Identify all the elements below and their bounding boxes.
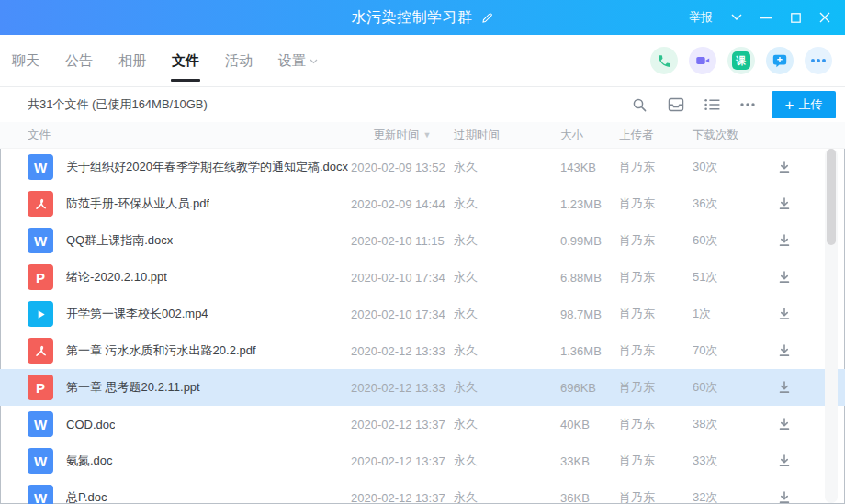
header-downloads: 下载次数	[693, 128, 772, 143]
report-button[interactable]: 举报	[689, 9, 713, 26]
file-downloads: 1次	[693, 306, 772, 322]
table-header: 文件 更新时间 ▼ 过期时间 大小 上传者 下载次数	[0, 122, 845, 149]
speech-bubble-plus-icon	[772, 52, 788, 69]
table-row[interactable]: 防范手册-环保从业人员.pdf 2020-02-09 14:44 永久 1.23…	[0, 185, 845, 222]
file-size: 0.99MB	[560, 234, 619, 248]
file-expiry: 永久	[454, 379, 560, 396]
tab-files[interactable]: 文件	[172, 35, 199, 86]
chevron-down-icon	[310, 56, 318, 66]
sort-caret-icon: ▼	[423, 130, 432, 140]
tab-chat[interactable]: 聊天	[12, 35, 39, 86]
download-button[interactable]	[772, 160, 792, 174]
file-expiry: 永久	[454, 269, 560, 286]
video-call-button[interactable]	[689, 47, 716, 74]
table-row[interactable]: 开学第一课李校长002.mp4 2020-02-10 17:34 永久 98.7…	[0, 296, 845, 332]
group-class-button[interactable]: 课	[727, 47, 755, 74]
file-rows: W 关于组织好2020年春季学期在线教学的通知定稿.docx 2020-02-0…	[0, 149, 845, 504]
download-button[interactable]	[772, 233, 792, 248]
tab-announcements[interactable]: 公告	[65, 35, 93, 86]
file-updated: 2020-02-09 14:44	[351, 197, 454, 211]
list-view-icon[interactable]	[704, 98, 720, 111]
ppt-file-icon: P	[28, 375, 53, 400]
close-button[interactable]	[819, 12, 830, 23]
file-name: 开学第一课李校长002.mp4	[66, 306, 208, 322]
file-expiry: 永久	[454, 196, 560, 212]
download-button[interactable]	[772, 417, 792, 431]
maximize-button[interactable]	[791, 13, 801, 23]
table-row[interactable]: W 总P.doc 2020-02-12 13:37 永久 36KB 肖乃东 32…	[0, 479, 845, 504]
download-button[interactable]	[772, 196, 792, 211]
file-updated: 2020-02-10 17:34	[351, 308, 454, 321]
file-size: 6.88MB	[560, 271, 619, 285]
file-size: 143KB	[560, 161, 619, 174]
page-title: 水污染控制学习群	[352, 8, 473, 28]
download-button[interactable]	[772, 270, 792, 285]
pdf-file-icon	[28, 338, 53, 364]
file-expiry: 永久	[454, 306, 560, 322]
file-size: 1.23MB	[560, 197, 619, 211]
file-uploader: 肖乃东	[619, 196, 693, 212]
file-downloads: 33次	[693, 453, 772, 469]
tab-settings[interactable]: 设置	[278, 35, 318, 86]
table-row[interactable]: W QQ群上课指南.docx 2020-02-10 11:15 永久 0.99M…	[0, 222, 845, 259]
class-badge-icon: 课	[732, 51, 750, 70]
tab-activities[interactable]: 活动	[225, 35, 253, 86]
file-downloads: 70次	[693, 342, 772, 359]
video-file-icon	[28, 301, 53, 327]
file-updated: 2020-02-10 17:34	[351, 271, 454, 285]
file-downloads: 36次	[693, 196, 772, 212]
file-count-stats: 共31个文件 (已使用164MB/10GB)	[28, 96, 632, 113]
word-file-icon: W	[28, 411, 53, 437]
file-expiry: 永久	[454, 342, 560, 359]
upload-button[interactable]: + 上传	[772, 91, 836, 118]
file-size: 696KB	[560, 381, 619, 395]
file-name: QQ群上课指南.docx	[66, 232, 173, 249]
header-size: 大小	[560, 128, 619, 143]
file-uploader: 肖乃东	[619, 306, 693, 322]
feedback-bubble-button[interactable]	[766, 47, 794, 74]
file-size: 33KB	[560, 454, 619, 468]
file-name: 第一章 污水水质和污水出路20.2.pdf	[66, 342, 256, 359]
file-name: 关于组织好2020年春季学期在线教学的通知定稿.docx	[66, 159, 348, 175]
file-updated: 2020-02-12 13:37	[351, 491, 454, 504]
word-file-icon: W	[28, 154, 53, 180]
table-row[interactable]: P 绪论-2020.2.10.ppt 2020-02-10 17:34 永久 6…	[0, 259, 845, 296]
file-name: 氨氮.doc	[66, 453, 113, 469]
table-row[interactable]: 第一章 污水水质和污水出路20.2.pdf 2020-02-12 13:33 永…	[0, 332, 845, 369]
file-name: 绪论-2020.2.10.ppt	[66, 269, 167, 286]
header-updated-sort[interactable]: 更新时间 ▼	[374, 128, 432, 143]
download-button[interactable]	[772, 490, 792, 504]
table-row[interactable]: W 关于组织好2020年春季学期在线教学的通知定稿.docx 2020-02-0…	[0, 149, 845, 185]
chevron-down-icon[interactable]	[731, 14, 742, 21]
file-uploader: 肖乃东	[619, 489, 693, 504]
voice-call-button[interactable]	[650, 47, 678, 74]
more-actions-button[interactable]	[805, 47, 832, 74]
inbox-icon[interactable]	[668, 97, 684, 112]
download-button[interactable]	[772, 307, 792, 321]
plus-icon: +	[785, 97, 794, 113]
file-uploader: 肖乃东	[619, 269, 693, 286]
table-row[interactable]: W COD.doc 2020-02-12 13:37 永久 40KB 肖乃东 3…	[0, 406, 845, 442]
file-expiry: 永久	[454, 416, 560, 432]
file-updated: 2020-02-09 13:52	[351, 161, 454, 174]
file-updated: 2020-02-10 11:15	[351, 234, 454, 248]
table-row[interactable]: W 氨氮.doc 2020-02-12 13:37 永久 33KB 肖乃东 33…	[0, 442, 845, 479]
file-name: COD.doc	[66, 418, 115, 431]
more-options-icon[interactable]	[740, 103, 755, 106]
edit-title-icon[interactable]	[480, 11, 494, 25]
file-downloads: 38次	[693, 416, 772, 432]
scrollbar-thumb[interactable]	[827, 149, 836, 245]
file-expiry: 永久	[454, 489, 560, 504]
file-name: 防范手册-环保从业人员.pdf	[66, 196, 209, 212]
download-button[interactable]	[772, 380, 792, 395]
download-button[interactable]	[772, 454, 792, 468]
tab-album[interactable]: 相册	[118, 35, 146, 86]
file-downloads: 32次	[693, 489, 772, 504]
file-size: 36KB	[560, 491, 619, 504]
table-row[interactable]: P 第一章 思考题20.2.11.ppt 2020-02-12 13:33 永久…	[0, 369, 845, 406]
file-updated: 2020-02-12 13:37	[351, 418, 454, 431]
download-button[interactable]	[772, 343, 792, 358]
minimize-button[interactable]	[760, 17, 772, 19]
search-icon[interactable]	[632, 97, 648, 113]
scrollbar-track[interactable]	[825, 149, 838, 503]
